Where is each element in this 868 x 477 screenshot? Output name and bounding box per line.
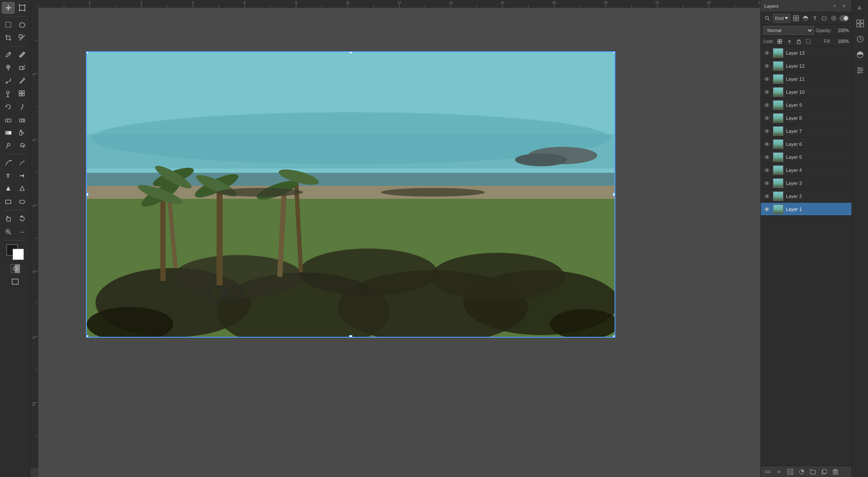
go-to-button[interactable]: GO (763, 467, 773, 477)
layer-item-4[interactable]: Layer 4 (761, 164, 852, 177)
quick-mask-btn[interactable] (7, 263, 24, 275)
fill-value[interactable]: 100% (833, 39, 849, 44)
add-mask-button[interactable] (785, 467, 796, 477)
delete-layer-button[interactable] (830, 467, 841, 477)
handle-middle-left[interactable] (86, 193, 89, 196)
layer-item-6[interactable]: Layer 6 (761, 138, 852, 151)
clone-stamp-tool[interactable] (2, 88, 15, 100)
layer-visibility-2[interactable] (763, 193, 770, 200)
layer-visibility-8[interactable] (763, 115, 770, 122)
paint-bucket-tool[interactable] (16, 127, 29, 139)
crop-tool[interactable] (2, 32, 15, 44)
layer-visibility-6[interactable] (763, 141, 770, 148)
rectangle-tool[interactable] (2, 196, 15, 208)
color-swatches[interactable] (7, 244, 24, 260)
ruler-tool[interactable] (16, 49, 29, 61)
shape-filter-icon[interactable] (820, 14, 828, 22)
opacity-value[interactable]: 100% (833, 28, 849, 33)
artboard-tool[interactable] (16, 2, 29, 14)
rotate-view-tool[interactable] (16, 213, 29, 225)
layer-item-8[interactable]: Layer 8 (761, 112, 852, 125)
lock-all-icon[interactable] (796, 38, 802, 45)
spot-heal-tool[interactable] (2, 62, 15, 74)
dodge-tool[interactable] (2, 140, 15, 152)
layer-item-13[interactable]: Layer 13 (761, 46, 852, 59)
layer-visibility-7[interactable] (763, 128, 770, 135)
background-color[interactable] (13, 249, 24, 260)
burn-tool[interactable] (16, 140, 29, 152)
layer-visibility-5[interactable] (763, 154, 770, 161)
marquee-tool[interactable] (2, 19, 15, 31)
filter-kind-select[interactable]: Kind (773, 14, 790, 23)
screen-mode-btn[interactable] (9, 276, 22, 288)
pixel-filter-icon[interactable] (792, 14, 800, 22)
eyedropper-tool[interactable] (2, 49, 15, 61)
pen-tool[interactable] (2, 157, 15, 169)
history-brush-tool[interactable] (2, 101, 15, 113)
handle-bottom-left[interactable] (86, 335, 89, 338)
layer-item-10[interactable]: Layer 10 (761, 86, 852, 99)
layer-visibility-11[interactable] (763, 76, 770, 82)
direct-select-tool[interactable] (16, 183, 29, 195)
filter-toggle[interactable] (839, 15, 849, 21)
adjustments-panel-icon[interactable] (854, 49, 866, 61)
type-filter-icon[interactable]: T (811, 14, 819, 22)
handle-bottom-center[interactable] (349, 335, 352, 338)
eraser-tool[interactable] (2, 114, 15, 126)
layer-visibility-13[interactable] (763, 49, 770, 56)
layer-visibility-1[interactable] (763, 206, 770, 213)
move-tool[interactable] (2, 2, 15, 14)
layer-item-5[interactable]: Layer 5 (761, 151, 852, 164)
layer-visibility-9[interactable] (763, 102, 770, 109)
search-icon[interactable] (763, 14, 771, 22)
panel-menu-btn[interactable]: ≡ (840, 2, 848, 10)
handle-top-left[interactable] (86, 51, 89, 54)
layer-item-3[interactable]: Layer 3 (761, 177, 852, 190)
patch-tool[interactable] (16, 62, 29, 74)
handle-bottom-right[interactable] (613, 335, 615, 338)
adjust-filter-icon[interactable] (802, 14, 809, 22)
type-tool[interactable]: T (2, 170, 15, 182)
image-canvas[interactable] (86, 51, 615, 338)
pattern-stamp-tool[interactable] (16, 88, 29, 100)
panel-expand-btn[interactable]: » (831, 2, 838, 10)
layer-item-11[interactable]: Layer 11 (761, 72, 852, 86)
art-history-tool[interactable] (16, 101, 29, 113)
group-layers-button[interactable] (808, 467, 818, 477)
vertical-type-tool[interactable]: T (16, 170, 29, 182)
handle-top-right[interactable] (613, 51, 615, 54)
smart-filter-icon[interactable] (830, 14, 838, 22)
layer-item-9[interactable]: Layer 9 (761, 99, 852, 112)
pencil-tool[interactable] (16, 75, 29, 87)
layer-visibility-12[interactable] (763, 63, 770, 69)
fx-button[interactable]: fx (774, 467, 784, 477)
layer-item-1[interactable]: Layer 1 (761, 203, 852, 216)
layer-visibility-3[interactable] (763, 180, 770, 187)
properties-panel-icon[interactable] (854, 64, 866, 76)
bg-eraser-tool[interactable] (16, 114, 29, 126)
more-tools-btn[interactable]: ··· (16, 226, 29, 238)
layer-visibility-10[interactable] (763, 89, 770, 95)
layer-item-7[interactable]: Layer 7 (761, 125, 852, 138)
handle-middle-right[interactable] (613, 193, 615, 196)
handle-top-center[interactable] (349, 51, 352, 54)
adjustment-layer-button[interactable] (796, 467, 807, 477)
panels-icon[interactable] (854, 17, 866, 30)
layer-visibility-4[interactable] (763, 167, 770, 174)
character-panel-icon[interactable]: A (854, 2, 866, 14)
lasso-tool[interactable] (16, 19, 29, 31)
lock-position-icon[interactable] (786, 38, 793, 45)
lock-artboard-icon[interactable] (805, 38, 812, 45)
zoom-tool[interactable] (2, 226, 15, 238)
path-select-tool[interactable] (2, 183, 15, 195)
ellipse-tool[interactable] (16, 196, 29, 208)
lock-pixels-icon[interactable] (776, 38, 783, 45)
layer-item-12[interactable]: Layer 12 (761, 59, 852, 72)
hand-tool[interactable] (2, 213, 15, 225)
gradient-tool[interactable] (2, 127, 15, 139)
freeform-pen-tool[interactable] (16, 157, 29, 169)
history-panel-icon[interactable] (854, 33, 866, 45)
brush-tool[interactable] (2, 75, 15, 87)
new-layer-button[interactable] (819, 467, 829, 477)
layer-item-2[interactable]: Layer 2 (761, 190, 852, 203)
